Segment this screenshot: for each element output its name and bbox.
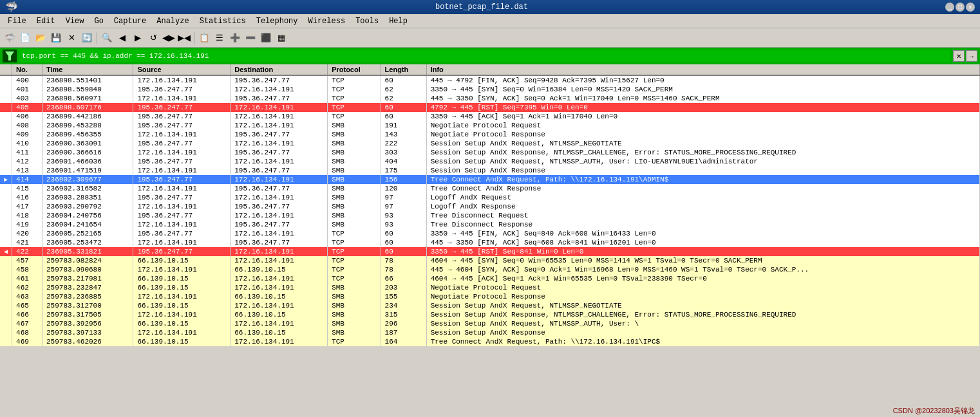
- table-row[interactable]: 417236903.290792172.16.134.191195.36.247…: [0, 202, 980, 211]
- col-indicator: [0, 64, 12, 75]
- tb-close-icon[interactable]: ✕: [64, 31, 79, 45]
- menu-edit[interactable]: Edit: [32, 15, 61, 27]
- menu-analyze[interactable]: Analyze: [151, 15, 194, 27]
- tb-remove-icon[interactable]: ➖: [243, 31, 258, 45]
- table-row[interactable]: 465259783.31270066.139.10.15172.16.134.1…: [0, 301, 980, 310]
- table-row[interactable]: 463259783.236885172.16.134.19166.139.10.…: [0, 292, 980, 301]
- tb-grid-icon[interactable]: ▦: [274, 31, 288, 45]
- table-row[interactable]: 469259783.46202666.139.10.15172.16.134.1…: [0, 337, 980, 346]
- table-row[interactable]: 401236898.559840195.36.247.77172.16.134.…: [0, 85, 980, 94]
- cell-no: 458: [12, 265, 42, 274]
- menu-file[interactable]: File: [3, 15, 32, 27]
- col-source[interactable]: Source: [133, 64, 231, 75]
- cell-info: Session Setup AndX Response: [426, 166, 979, 175]
- cell-info: 445 → 4792 [FIN, ACK] Seq=9428 Ack=7395 …: [426, 75, 979, 85]
- table-row[interactable]: 421236905.253472172.16.134.191195.36.247…: [0, 238, 980, 247]
- app-icon: 🦈: [5, 1, 18, 14]
- tb-prev-icon[interactable]: ◀▶: [162, 31, 176, 45]
- table-row[interactable]: 400236898.551401172.16.134.191195.36.247…: [0, 75, 980, 85]
- filter-input[interactable]: [19, 50, 950, 62]
- table-row[interactable]: 418236904.240756195.36.247.77172.16.134.…: [0, 211, 980, 220]
- table-row[interactable]: 406236899.442186195.36.247.77172.16.134.…: [0, 112, 980, 121]
- cell-proto: SMB: [328, 157, 381, 166]
- table-row[interactable]: 411236900.366616172.16.134.191195.36.247…: [0, 148, 980, 157]
- menu-view[interactable]: View: [61, 15, 90, 27]
- statusbar: CSDN @20232803吴锦龙: [888, 405, 980, 417]
- tb-file-icon[interactable]: 📂: [33, 31, 48, 45]
- table-row[interactable]: 467259783.39295666.139.10.15172.16.134.1…: [0, 319, 980, 328]
- tb-refresh-icon[interactable]: ↺: [146, 31, 160, 45]
- cell-dst: 172.16.134.191: [231, 157, 328, 166]
- menu-go[interactable]: Go: [89, 15, 108, 27]
- tb-reload-icon[interactable]: 🔄: [80, 31, 94, 45]
- tb-shark-icon[interactable]: 🦈: [3, 31, 17, 45]
- table-row[interactable]: 405236898.607176195.36.247.77172.16.134.…: [0, 103, 980, 112]
- cell-src: 172.16.134.191: [133, 148, 231, 157]
- table-row[interactable]: ▶414236902.309677195.36.247.77172.16.134…: [0, 175, 980, 184]
- table-row[interactable]: 416236903.288351195.36.247.77172.16.134.…: [0, 193, 980, 202]
- table-row[interactable]: 408236899.453288195.36.247.77172.16.134.…: [0, 121, 980, 130]
- packet-list-container[interactable]: No. Time Source Destination Protocol Len…: [0, 64, 980, 403]
- tb-search-icon[interactable]: 🔍: [100, 31, 114, 45]
- cell-time: 236905.253472: [42, 238, 133, 247]
- cell-proto: TCP: [328, 103, 381, 112]
- tb-save-icon[interactable]: 💾: [49, 31, 63, 45]
- cell-dst: 195.36.247.77: [231, 220, 328, 229]
- table-row[interactable]: 415236902.316582172.16.134.191195.36.247…: [0, 184, 980, 193]
- col-protocol[interactable]: Protocol: [328, 64, 381, 75]
- col-info[interactable]: Info: [426, 64, 979, 75]
- cell-dst: 172.16.134.191: [231, 319, 328, 328]
- menu-tools[interactable]: Tools: [350, 15, 384, 27]
- maximize-button[interactable]: □: [956, 3, 965, 12]
- table-row[interactable]: 412236901.466036195.36.247.77172.16.134.…: [0, 157, 980, 166]
- table-row[interactable]: ◀422236905.331821195.36.247.77172.16.134…: [0, 247, 980, 256]
- table-row[interactable]: 403236898.560971172.16.134.191195.36.247…: [0, 94, 980, 103]
- tb-forward-icon[interactable]: ▶: [131, 31, 145, 45]
- cell-src: 195.36.247.77: [133, 103, 231, 112]
- cell-info: 4604 → 445 [ACK] Seq=1 Ack=1 Win=65535 L…: [426, 274, 979, 283]
- tb-add-icon[interactable]: ➕: [228, 31, 242, 45]
- tb-open-icon[interactable]: 📄: [18, 31, 32, 45]
- cell-src: 172.16.134.191: [133, 94, 231, 103]
- menu-capture[interactable]: Capture: [109, 15, 151, 27]
- filter-clear-button[interactable]: ✕: [953, 50, 965, 62]
- menu-help[interactable]: Help: [384, 15, 413, 27]
- row-indicator: [0, 265, 12, 274]
- menu-telephony[interactable]: Telephony: [251, 15, 303, 27]
- cell-no: 406: [12, 112, 42, 121]
- cell-proto: TCP: [328, 238, 381, 247]
- tb-square-icon[interactable]: ⬛: [259, 31, 273, 45]
- col-no[interactable]: No.: [12, 64, 42, 75]
- col-length[interactable]: Length: [381, 64, 426, 75]
- col-destination[interactable]: Destination: [231, 64, 328, 75]
- table-row[interactable]: 462259783.23284766.139.10.15172.16.134.1…: [0, 283, 980, 292]
- filter-ok-button[interactable]: →: [966, 50, 977, 62]
- minimize-button[interactable]: _: [945, 3, 954, 12]
- table-row[interactable]: 413236901.471519172.16.134.191195.36.247…: [0, 166, 980, 175]
- close-button[interactable]: ✕: [966, 3, 975, 12]
- table-row[interactable]: 420236905.252165195.36.247.77172.16.134.…: [0, 229, 980, 238]
- tb-list-icon[interactable]: ☰: [212, 31, 227, 45]
- row-indicator: [0, 202, 12, 211]
- cell-dst: 195.36.247.77: [231, 130, 328, 139]
- cell-src: 172.16.134.191: [133, 265, 231, 274]
- table-row[interactable]: 419236904.241654172.16.134.191195.36.247…: [0, 220, 980, 229]
- table-row[interactable]: 468259783.397133172.16.134.19166.139.10.…: [0, 328, 980, 337]
- table-row[interactable]: 466259783.317505172.16.134.19166.139.10.…: [0, 310, 980, 319]
- table-row[interactable]: 457259783.08282466.139.10.15172.16.134.1…: [0, 256, 980, 265]
- filter-buttons: ✕ →: [953, 50, 977, 62]
- cell-dst: 195.36.247.77: [231, 202, 328, 211]
- tb-next-icon[interactable]: ▶◀: [177, 31, 191, 45]
- table-row[interactable]: 461259783.21798166.139.10.15172.16.134.1…: [0, 274, 980, 283]
- table-row[interactable]: 410236900.363091195.36.247.77172.16.134.…: [0, 139, 980, 148]
- cell-no: 465: [12, 301, 42, 310]
- tb-col-icon[interactable]: 📋: [197, 31, 211, 45]
- table-row[interactable]: 409236899.456355172.16.134.191195.36.247…: [0, 130, 980, 139]
- table-row[interactable]: 458259783.090680172.16.134.19166.139.10.…: [0, 265, 980, 274]
- menu-wireless[interactable]: Wireless: [303, 15, 351, 27]
- col-time[interactable]: Time: [42, 64, 133, 75]
- tb-back-icon[interactable]: ◀: [115, 31, 129, 45]
- cell-dst: 66.139.10.15: [231, 265, 328, 274]
- menu-statistics[interactable]: Statistics: [194, 15, 251, 27]
- cell-len: 187: [381, 328, 426, 337]
